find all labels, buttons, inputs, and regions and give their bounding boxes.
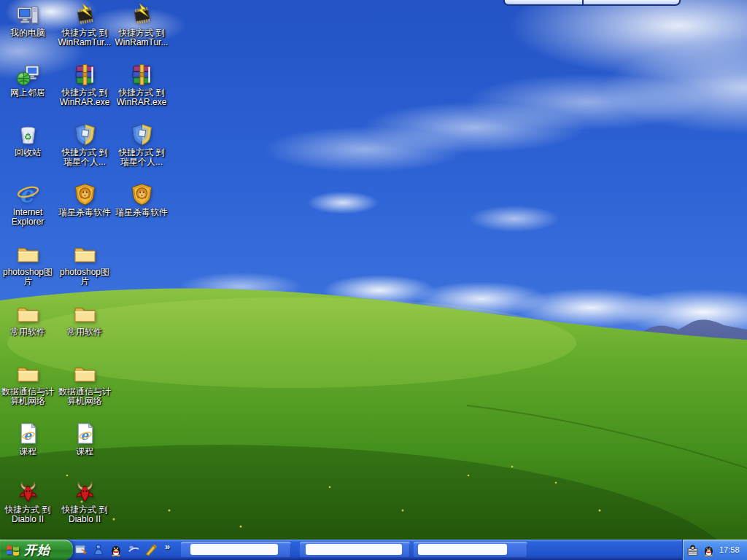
rising-firewall-icon: [73, 122, 97, 147]
desktop-icon-diablo2-shortcut[interactable]: 快捷方式 到 Diablo II: [0, 480, 55, 524]
task-button-1[interactable]: [181, 542, 291, 558]
folder-icon: [73, 242, 97, 266]
rising-antivirus-icon: [130, 182, 154, 206]
network-places-icon: [16, 63, 40, 87]
desktop-icon-rising-antivirus[interactable]: 瑞星杀毒软件: [114, 182, 169, 217]
desktop-icon-recycle-bin[interactable]: 回收站: [0, 122, 55, 158]
desktop-icon-winramturbo-shortcut[interactable]: 快捷方式 到 WinRamTur...: [114, 3, 169, 47]
desktop-icon-common-software-folder[interactable]: 常用软件: [0, 302, 55, 337]
icon-label: 课程: [19, 447, 36, 456]
icon-label: 快捷方式 到 瑞星个人...: [61, 148, 107, 167]
ie-document-icon: [16, 421, 40, 446]
folder-icon: [73, 302, 97, 326]
desktop-icon-winramturbo-shortcut[interactable]: 快捷方式 到 WinRamTur...: [57, 3, 112, 47]
icon-label: 快捷方式 到 Diablo II: [4, 505, 50, 524]
taskbar-clock[interactable]: 17:58: [719, 545, 740, 554]
desktop-icon-common-software-folder[interactable]: 常用软件: [57, 302, 112, 337]
desktop-icon-datacomm-folder[interactable]: 数据通信与计 算机网络: [0, 362, 55, 406]
icon-label: 数据通信与计 算机网络: [1, 387, 54, 406]
desktop-icon-internet-explorer[interactable]: Internet Explorer: [0, 182, 55, 227]
start-button-label: 开始: [24, 542, 50, 559]
folder-icon: [16, 362, 40, 386]
icon-label: 快捷方式 到 Diablo II: [61, 505, 107, 524]
rising-antivirus-icon: [73, 182, 97, 206]
taskbar: 开始 » 17:58: [0, 540, 747, 560]
offscreen-window-fragment-right[interactable]: [584, 0, 681, 6]
desktop-icon-rising-firewall-shortcut[interactable]: 快捷方式 到 瑞星个人...: [114, 122, 169, 167]
desktop-icon-course[interactable]: 课程: [0, 421, 55, 456]
qq-penguin-icon[interactable]: [109, 543, 123, 556]
icon-label: photoshop图 片: [60, 268, 109, 287]
task-button-label: [306, 544, 402, 555]
desktop-icon-network-places[interactable]: 网上邻居: [0, 63, 55, 98]
internet-explorer-icon: [16, 182, 40, 206]
desktop-icon-my-computer[interactable]: 我的电脑: [0, 3, 55, 38]
desktop-icon-diablo2-shortcut[interactable]: 快捷方式 到 Diablo II: [57, 480, 112, 524]
quick-launch-more-chevron[interactable]: »: [165, 541, 170, 552]
gold-pen-icon[interactable]: [144, 543, 158, 556]
icon-label: 快捷方式 到 WinRamTur...: [58, 28, 112, 47]
show-desktop-window-icon[interactable]: [74, 543, 88, 556]
offscreen-window-fragment-left[interactable]: [503, 0, 584, 6]
desktop-icon-datacomm-folder[interactable]: 数据通信与计 算机网络: [57, 362, 112, 406]
qq-away-tray-icon[interactable]: [686, 544, 699, 556]
offscreen-window-fragment[interactable]: [503, 0, 681, 6]
folder-icon: [16, 242, 40, 266]
desktop-icon-photoshop-folder[interactable]: photoshop图 片: [0, 242, 55, 287]
icon-label: 快捷方式 到 WinRamTur...: [115, 28, 169, 47]
folder-icon: [73, 362, 97, 386]
rising-firewall-icon: [130, 122, 154, 147]
desktop-icon-photoshop-folder[interactable]: photoshop图 片: [57, 242, 112, 287]
desktop-icon-rising-antivirus[interactable]: 瑞星杀毒软件: [57, 182, 112, 217]
windows-xp-desktop-screen: 我的电脑 网上邻居 回收站 Internet Explorer photosho…: [0, 0, 747, 560]
blue-globe-icon[interactable]: [127, 543, 140, 556]
icon-label: 瑞星杀毒软件: [58, 208, 111, 217]
desktop-icon-rising-firewall-shortcut[interactable]: 快捷方式 到 瑞星个人...: [57, 122, 112, 167]
qq-online-tray-icon[interactable]: [703, 544, 715, 556]
recycle-bin-icon: [16, 122, 40, 147]
ram-chip-icon: [130, 3, 154, 27]
folder-icon: [16, 302, 40, 326]
task-button-label: [418, 544, 507, 555]
icon-label: 我的电脑: [10, 28, 45, 38]
desktop-icon-course[interactable]: 课程: [57, 421, 112, 456]
winrar-icon: [130, 63, 154, 87]
winrar-icon: [73, 63, 97, 87]
icon-label: 快捷方式 到 瑞星个人...: [118, 148, 164, 167]
task-button-2[interactable]: [300, 542, 410, 558]
icon-label: 常用软件: [67, 327, 102, 337]
icon-label: 常用软件: [10, 327, 45, 337]
icon-label: 瑞星杀毒软件: [115, 208, 168, 217]
ram-chip-icon: [73, 3, 97, 27]
icon-label: 回收站: [15, 148, 41, 158]
icon-label: photoshop图 片: [3, 268, 53, 287]
icon-label: 快捷方式 到 WinRAR.exe: [117, 88, 167, 107]
start-button[interactable]: 开始: [0, 540, 73, 560]
icon-label: 快捷方式 到 WinRAR.exe: [60, 88, 110, 107]
windows-logo-icon: [5, 543, 20, 557]
task-button-3[interactable]: [414, 542, 527, 558]
icon-label: 网上邻居: [10, 88, 45, 98]
desktop-icon-winrar-shortcut[interactable]: 快捷方式 到 WinRAR.exe: [57, 63, 112, 107]
icon-label: Internet Explorer: [12, 208, 44, 227]
my-computer-icon: [16, 3, 40, 27]
system-tray: 17:58: [682, 540, 747, 560]
icon-label: 数据通信与计 算机网络: [58, 387, 111, 406]
diablo2-icon: [16, 480, 40, 504]
diablo2-icon: [73, 480, 97, 504]
desktop-icon-winrar-shortcut[interactable]: 快捷方式 到 WinRAR.exe: [114, 63, 169, 107]
icon-label: 课程: [76, 447, 93, 456]
windows-messenger-icon[interactable]: [92, 543, 105, 556]
ie-document-icon: [73, 421, 97, 446]
task-button-label: [190, 544, 278, 555]
